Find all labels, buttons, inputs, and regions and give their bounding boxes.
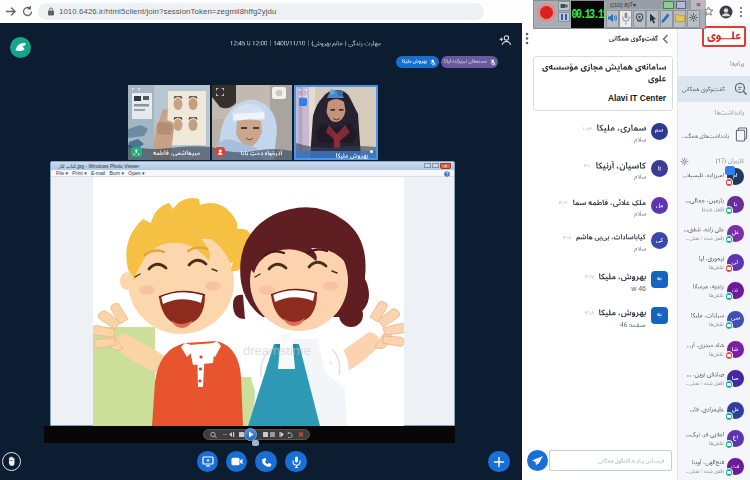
svg-text:k: k — [329, 359, 333, 366]
svg-text:dreamstime: dreamstime — [243, 343, 311, 358]
